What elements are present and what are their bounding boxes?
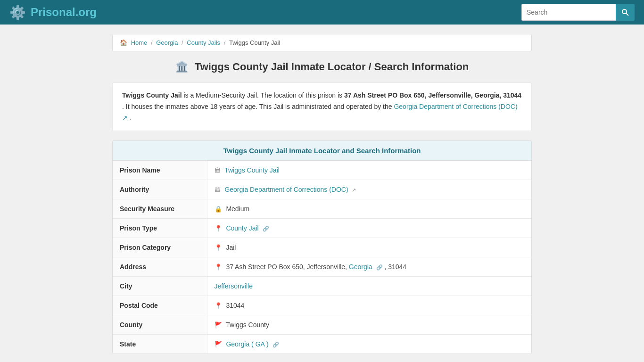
info-table-container: Twiggs County Jail Inmate Locator and Se… [112,140,532,354]
authority-icon: 🏛 [215,186,221,193]
jail-icon: 🏛️ [175,61,188,73]
logo-text: Prisonal.org [31,6,97,19]
breadcrumb-home[interactable]: Home [131,39,148,46]
type-link-icon: 🔗 [263,226,269,231]
georgia-link-icon: 🔗 [376,264,383,270]
table-row: Prison Type 📍 County Jail 🔗 [113,219,531,238]
site-header: ⚙️ Prisonal.org [0,0,644,25]
table-row: Security Measure 🔒 Medium [113,199,531,219]
breadcrumb-separator-2: / [182,39,185,46]
state-icon: 🚩 [215,341,222,348]
table-row: County 🚩 Twiggs County [113,315,531,335]
description-period: . [130,114,132,122]
row-value-security: 🔒 Medium [207,199,531,219]
search-button[interactable] [616,4,635,21]
row-label-security: Security Measure [113,199,207,219]
external-icon: ↗ [352,187,356,193]
logo-name: Prisonal [31,6,75,18]
logo-icon: ⚙️ [9,5,26,20]
table-header: Twiggs County Jail Inmate Locator and Se… [113,141,531,161]
table-row: Authority 🏛 Georgia Department of Correc… [113,180,531,199]
search-area [521,4,635,21]
table-row: Postal Code 📍 31044 [113,296,531,315]
row-label-address: Address [113,257,207,277]
row-value-address: 📍 37 Ash Street PO Box 650, Jeffersonvil… [207,257,531,277]
table-row: City Jeffersonville [113,277,531,296]
city-link[interactable]: Jeffersonville [215,282,253,290]
logo-area: ⚙️ Prisonal.org [9,5,97,20]
security-value: Medium [226,205,249,213]
row-value-prison-name: 🏛 Twiggs County Jail [207,161,531,180]
lock-icon: 🔒 [215,206,222,213]
row-label-state: State [113,335,207,354]
description-block: Twiggs County Jail is a Medium-Security … [112,82,532,131]
address-bold: 37 Ash Street PO Box 650, Jeffersonville… [344,91,521,99]
svg-point-0 [622,9,627,14]
facility-name-bold: Twiggs County Jail [122,91,182,99]
breadcrumb-county-jails[interactable]: County Jails [187,39,220,46]
address-zip: , 31044 [384,263,406,271]
table-row: Prison Category 📍 Jail [113,238,531,257]
row-value-prison-type: 📍 County Jail 🔗 [207,219,531,238]
row-label-postal: Postal Code [113,296,207,315]
search-icon [621,8,629,16]
breadcrumb-separator-3: / [224,39,227,46]
prison-name-link[interactable]: Twiggs County Jail [224,166,280,174]
row-label-prison-name: Prison Name [113,161,207,180]
breadcrumb: 🏠 Home / Georgia / County Jails / Twiggs… [112,34,532,51]
state-link[interactable]: Georgia ( GA ) [226,340,268,348]
address-text: 37 Ash Street PO Box 650, Jeffersonville… [226,263,348,271]
postal-icon: 📍 [215,302,222,309]
postal-value: 31044 [226,302,244,309]
category-value: Jail [226,244,236,251]
prison-icon: 🏛 [215,167,221,174]
row-label-authority: Authority [113,180,207,199]
row-label-county: County [113,315,207,335]
breadcrumb-current: Twiggs County Jail [229,39,280,46]
county-icon: 🚩 [215,321,222,329]
row-value-city: Jeffersonville [207,277,531,296]
county-value: Twiggs County [226,321,269,329]
svg-line-1 [626,13,628,16]
row-label-city: City [113,277,207,296]
row-value-authority: 🏛 Georgia Department of Corrections (DOC… [207,180,531,199]
home-icon: 🏠 [120,39,127,46]
description-age: . It houses the inmates above 18 years o… [122,103,394,110]
row-value-county: 🚩 Twiggs County [207,315,531,335]
row-label-prison-type: Prison Type [113,219,207,238]
page-title: 🏛️ Twiggs County Jail Inmate Locator / S… [112,61,532,73]
state-link-icon: 🔗 [272,342,279,347]
breadcrumb-separator-1: / [151,39,154,46]
table-row: State 🚩 Georgia ( GA ) 🔗 [113,335,531,354]
row-value-category: 📍 Jail [207,238,531,257]
georgia-link[interactable]: Georgia [349,263,372,271]
breadcrumb-georgia[interactable]: Georgia [156,39,178,46]
address-icon: 📍 [215,263,222,271]
external-link-icon: ↗ [122,114,128,122]
category-icon: 📍 [215,244,222,251]
table-row: Prison Name 🏛 Twiggs County Jail [113,161,531,180]
description-text: Twiggs County Jail is a Medium-Security … [122,90,522,123]
prison-type-link[interactable]: County Jail [226,224,258,232]
row-value-state: 🚩 Georgia ( GA ) 🔗 [207,335,531,354]
logo-tld: .org [75,6,97,18]
info-table: Prison Name 🏛 Twiggs County Jail Authori… [113,161,531,354]
main-content: 🏠 Home / Georgia / County Jails / Twiggs… [105,25,539,362]
type-icon: 📍 [215,225,222,232]
search-input[interactable] [521,4,616,21]
table-row: Address 📍 37 Ash Street PO Box 650, Jeff… [113,257,531,277]
description-security: is a Medium-Security Jail. The location … [183,91,344,99]
row-label-category: Prison Category [113,238,207,257]
row-value-postal: 📍 31044 [207,296,531,315]
authority-link-table[interactable]: Georgia Department of Corrections (DOC) [224,186,348,193]
